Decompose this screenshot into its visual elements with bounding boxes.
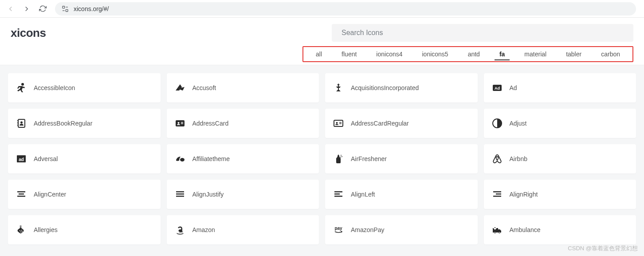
icon-card-AlignCenter[interactable]: AlignCenter bbox=[8, 180, 161, 209]
icon-label: AddressBookRegular bbox=[34, 120, 92, 127]
accessible-icon bbox=[15, 82, 27, 94]
icon-label: AmazonPay bbox=[351, 226, 384, 233]
icon-grid: AccessibleIconAccusoftAcquisitionsIncorp… bbox=[0, 65, 644, 252]
site-header: xicons allfluentionicons4ionicons5antdfa… bbox=[0, 18, 644, 65]
icon-card-AddressCard[interactable]: AddressCard bbox=[167, 109, 319, 138]
icon-card-Airbnb[interactable]: Airbnb bbox=[484, 144, 636, 173]
icon-card-AddressBookRegular[interactable]: AddressBookRegular bbox=[8, 109, 161, 138]
search-wrap bbox=[332, 24, 633, 42]
forward-button[interactable] bbox=[20, 3, 33, 15]
acquisitions-icon bbox=[332, 82, 345, 94]
reload-button[interactable] bbox=[36, 3, 49, 15]
icon-card-AlignJustify[interactable]: AlignJustify bbox=[167, 180, 319, 209]
alignjustify-icon bbox=[174, 188, 186, 201]
alignleft-icon bbox=[332, 188, 345, 201]
icon-card-AlignRight[interactable]: AlignRight bbox=[484, 180, 636, 209]
icon-label: AlignLeft bbox=[351, 191, 375, 198]
logo[interactable]: xicons bbox=[11, 26, 46, 40]
watermark: CSDN @靠着蓝色背景幻想 bbox=[568, 244, 638, 252]
icon-card-Adversal[interactable]: Adversal bbox=[8, 144, 161, 173]
search-input[interactable] bbox=[332, 24, 633, 42]
amazon-icon bbox=[174, 224, 186, 236]
icon-label: Ambulance bbox=[510, 226, 541, 233]
tab-all[interactable]: all bbox=[306, 48, 332, 60]
icon-card-Amazon[interactable]: Amazon bbox=[167, 215, 319, 244]
tab-ionicons5[interactable]: ionicons5 bbox=[412, 48, 458, 60]
icon-label: Allergies bbox=[34, 226, 58, 233]
svg-rect-0 bbox=[63, 6, 65, 8]
adversal-icon bbox=[15, 153, 27, 165]
icon-label: Amazon bbox=[192, 226, 215, 233]
address-bar[interactable]: xicons.org/#/ bbox=[55, 2, 636, 16]
addresscard-icon bbox=[174, 117, 186, 130]
icon-label: AccessibleIcon bbox=[34, 84, 75, 91]
accusoft-icon bbox=[174, 82, 186, 94]
addressbook-reg-icon bbox=[15, 117, 27, 130]
ad-icon bbox=[491, 82, 503, 94]
icon-card-AddressCardRegular[interactable]: AddressCardRegular bbox=[325, 109, 478, 138]
icon-label: Adversal bbox=[34, 155, 58, 162]
icon-label: Accusoft bbox=[192, 84, 216, 91]
tab-antd[interactable]: antd bbox=[458, 48, 490, 60]
browser-toolbar: xicons.org/#/ bbox=[0, 0, 644, 18]
icon-card-Adjust[interactable]: Adjust bbox=[484, 109, 636, 138]
amazonpay-icon bbox=[332, 224, 345, 236]
icon-label: AlignJustify bbox=[192, 191, 224, 198]
tab-material[interactable]: material bbox=[514, 48, 556, 60]
icon-card-AcquisitionsIncorporated[interactable]: AcquisitionsIncorporated bbox=[325, 73, 478, 102]
icon-label: AlignCenter bbox=[34, 191, 66, 198]
icon-card-Ambulance[interactable]: Ambulance bbox=[484, 215, 636, 244]
icon-card-AlignLeft[interactable]: AlignLeft bbox=[325, 180, 478, 209]
icon-label: AlignRight bbox=[510, 191, 538, 198]
aligncenter-icon bbox=[15, 188, 27, 201]
tabs-bar: allfluentionicons4ionicons5antdfamateria… bbox=[302, 46, 633, 62]
airbnb-icon bbox=[491, 153, 503, 165]
icon-card-AccessibleIcon[interactable]: AccessibleIcon bbox=[8, 73, 161, 102]
icon-label: AddressCardRegular bbox=[351, 120, 409, 127]
tab-fa[interactable]: fa bbox=[490, 48, 514, 60]
tab-carbon[interactable]: carbon bbox=[591, 48, 630, 60]
alignright-icon bbox=[491, 188, 503, 201]
tab-tabler[interactable]: tabler bbox=[556, 48, 591, 60]
icon-label: Ad bbox=[510, 84, 517, 91]
addresscard-reg-icon bbox=[332, 117, 345, 130]
url-text: xicons.org/#/ bbox=[74, 5, 109, 12]
icon-card-AmazonPay[interactable]: AmazonPay bbox=[325, 215, 478, 244]
tab-ionicons4[interactable]: ionicons4 bbox=[366, 48, 412, 60]
icon-card-Ad[interactable]: Ad bbox=[484, 73, 636, 102]
icon-label: AirFreshener bbox=[351, 155, 387, 162]
airfreshener-icon bbox=[332, 153, 345, 165]
icon-label: Airbnb bbox=[510, 155, 527, 162]
icon-label: AcquisitionsIncorporated bbox=[351, 84, 419, 91]
icon-card-Allergies[interactable]: Allergies bbox=[8, 215, 161, 244]
icon-card-Affiliatetheme[interactable]: Affiliatetheme bbox=[167, 144, 319, 173]
icon-label: AddressCard bbox=[192, 120, 229, 127]
ambulance-icon bbox=[491, 224, 503, 236]
tab-fluent[interactable]: fluent bbox=[332, 48, 366, 60]
icon-label: Adjust bbox=[510, 120, 527, 127]
adjust-icon bbox=[491, 117, 503, 130]
site-settings-icon[interactable] bbox=[61, 5, 69, 13]
icon-card-Accusoft[interactable]: Accusoft bbox=[167, 73, 319, 102]
affiliatetheme-icon bbox=[174, 153, 186, 165]
allergies-icon bbox=[15, 224, 27, 236]
icon-card-AirFreshener[interactable]: AirFreshener bbox=[325, 144, 478, 173]
back-button[interactable] bbox=[4, 3, 17, 15]
icon-label: Affiliatetheme bbox=[192, 155, 230, 162]
svg-rect-2 bbox=[66, 9, 68, 12]
